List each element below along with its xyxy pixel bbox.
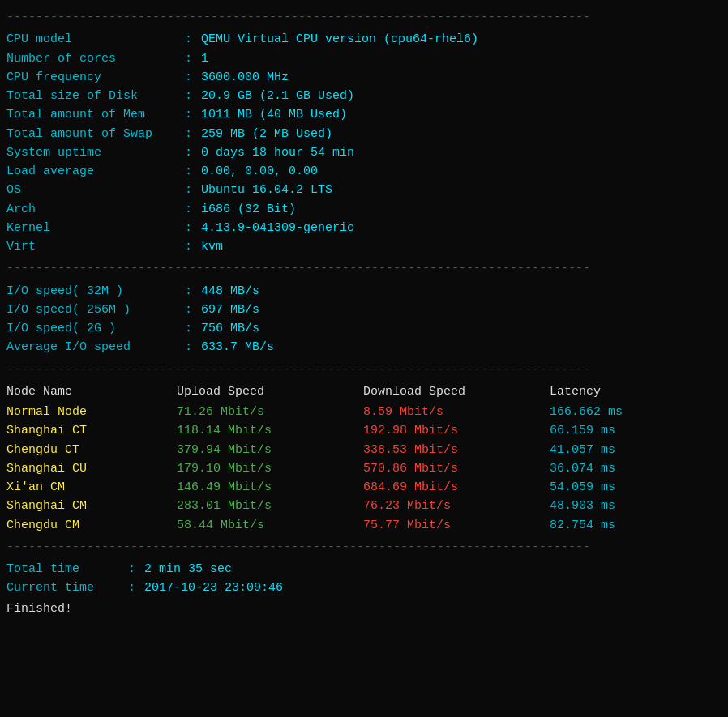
virt-value: kvm xyxy=(201,237,223,256)
current-time-value: 2017-10-23 23:09:46 xyxy=(144,578,283,597)
cpu-freq-label: CPU frequency xyxy=(6,68,185,87)
os-row: OS : Ubuntu 16.04.2 LTS xyxy=(6,181,722,199)
os-colon: : xyxy=(185,181,196,199)
download-speed: 338.53 Mbit/s xyxy=(363,441,550,459)
kernel-row: Kernel : 4.13.9-041309-generic xyxy=(6,219,722,237)
io-section: I/O speed( 32M ) : 448 MB/s I/O speed( 2… xyxy=(6,282,722,357)
arch-label: Arch xyxy=(6,200,185,219)
footer-section: Total time : 2 min 35 sec Current time :… xyxy=(6,560,722,618)
upload-speed: 379.94 Mbit/s xyxy=(177,441,363,459)
disk-value: 20.9 GB (2.1 GB Used) xyxy=(201,87,354,105)
header-upload: Upload Speed xyxy=(177,382,363,401)
io256-label: I/O speed( 256M ) xyxy=(6,301,185,319)
network-rows: Normal Node71.26 Mbit/s8.59 Mbit/s166.66… xyxy=(6,403,722,535)
header-latency: Latency xyxy=(550,382,679,401)
arch-colon: : xyxy=(185,200,196,219)
kernel-colon: : xyxy=(185,219,196,237)
arch-row: Arch : i686 (32 Bit) xyxy=(6,200,722,219)
uptime-label: System uptime xyxy=(6,143,185,162)
upload-speed: 283.01 Mbit/s xyxy=(177,497,363,515)
total-time-colon: : xyxy=(128,560,139,578)
download-speed: 192.98 Mbit/s xyxy=(363,421,550,440)
virt-row: Virt : kvm xyxy=(6,237,722,256)
current-time-label: Current time xyxy=(6,578,128,597)
io256-colon: : xyxy=(185,301,196,319)
finished-text: Finished! xyxy=(6,600,722,618)
latency: 54.059 ms xyxy=(550,478,679,497)
upload-speed: 146.49 Mbit/s xyxy=(177,478,363,497)
node-name: Xi'an CM xyxy=(6,478,177,497)
cpu-model-value: QEMU Virtual CPU version (cpu64-rhel6) xyxy=(201,30,478,49)
disk-label: Total size of Disk xyxy=(6,87,185,105)
avg-io-label: Average I/O speed xyxy=(6,338,185,356)
header-download: Download Speed xyxy=(363,382,550,401)
divider-network: ----------------------------------------… xyxy=(6,361,722,379)
node-name: Chengdu CM xyxy=(6,516,177,535)
network-section: Node Name Upload Speed Download Speed La… xyxy=(6,382,722,535)
cores-colon: : xyxy=(185,49,196,68)
virt-label: Virt xyxy=(6,237,185,256)
download-speed: 570.86 Mbit/s xyxy=(363,459,550,478)
latency: 166.662 ms xyxy=(550,403,679,421)
cpu-freq-row: CPU frequency : 3600.000 MHz xyxy=(6,68,722,87)
upload-speed: 71.26 Mbit/s xyxy=(177,403,363,421)
os-label: OS xyxy=(6,181,185,199)
mem-row: Total amount of Mem : 1011 MB (40 MB Use… xyxy=(6,105,722,124)
cores-row: Number of cores : 1 xyxy=(6,49,722,68)
disk-colon: : xyxy=(185,87,196,105)
cpu-model-row: CPU model : QEMU Virtual CPU version (cp… xyxy=(6,30,722,49)
cpu-model-colon: : xyxy=(185,30,196,49)
latency: 36.074 ms xyxy=(550,459,679,478)
avg-io-value: 633.7 MB/s xyxy=(201,338,274,356)
cores-label: Number of cores xyxy=(6,49,185,68)
swap-value: 259 MB (2 MB Used) xyxy=(201,125,332,143)
divider-io: ----------------------------------------… xyxy=(6,259,722,278)
header-node: Node Name xyxy=(6,382,177,401)
table-row: Chengdu CT379.94 Mbit/s338.53 Mbit/s41.0… xyxy=(6,441,722,459)
uptime-value: 0 days 18 hour 54 min xyxy=(201,143,354,162)
cores-value: 1 xyxy=(201,49,208,68)
latency: 41.057 ms xyxy=(550,441,679,459)
total-time-row: Total time : 2 min 35 sec xyxy=(6,560,722,578)
system-section: CPU model : QEMU Virtual CPU version (cp… xyxy=(6,30,722,256)
download-speed: 75.77 Mbit/s xyxy=(363,516,550,535)
uptime-colon: : xyxy=(185,143,196,162)
swap-colon: : xyxy=(185,125,196,143)
table-row: Xi'an CM146.49 Mbit/s684.69 Mbit/s54.059… xyxy=(6,478,722,497)
swap-label: Total amount of Swap xyxy=(6,125,185,143)
current-time-colon: : xyxy=(128,578,139,597)
node-name: Chengdu CT xyxy=(6,441,177,459)
cpu-freq-colon: : xyxy=(185,68,196,87)
avg-io-colon: : xyxy=(185,338,196,356)
io2g-value: 756 MB/s xyxy=(201,319,259,338)
total-time-label: Total time xyxy=(6,560,128,578)
upload-speed: 179.10 Mbit/s xyxy=(177,459,363,478)
upload-speed: 58.44 Mbit/s xyxy=(177,516,363,535)
arch-value: i686 (32 Bit) xyxy=(201,200,296,219)
download-speed: 684.69 Mbit/s xyxy=(363,478,550,497)
load-row: Load average : 0.00, 0.00, 0.00 xyxy=(6,162,722,181)
latency: 66.159 ms xyxy=(550,421,679,440)
cpu-freq-value: 3600.000 MHz xyxy=(201,68,289,87)
latency: 48.903 ms xyxy=(550,497,679,515)
mem-colon: : xyxy=(185,105,196,124)
mem-value: 1011 MB (40 MB Used) xyxy=(201,105,347,124)
load-colon: : xyxy=(185,162,196,181)
io256-row: I/O speed( 256M ) : 697 MB/s xyxy=(6,301,722,319)
io32-colon: : xyxy=(185,282,196,301)
node-name: Normal Node xyxy=(6,403,177,421)
table-row: Chengdu CM58.44 Mbit/s75.77 Mbit/s82.754… xyxy=(6,516,722,535)
table-row: Shanghai CU179.10 Mbit/s570.86 Mbit/s36.… xyxy=(6,459,722,478)
disk-row: Total size of Disk : 20.9 GB (2.1 GB Use… xyxy=(6,87,722,105)
virt-colon: : xyxy=(185,237,196,256)
kernel-label: Kernel xyxy=(6,219,185,237)
load-value: 0.00, 0.00, 0.00 xyxy=(201,162,318,181)
io32-value: 448 MB/s xyxy=(201,282,259,301)
swap-row: Total amount of Swap : 259 MB (2 MB Used… xyxy=(6,125,722,143)
divider-top: ----------------------------------------… xyxy=(6,8,722,27)
io32-row: I/O speed( 32M ) : 448 MB/s xyxy=(6,282,722,301)
load-label: Load average xyxy=(6,162,185,181)
io32-label: I/O speed( 32M ) xyxy=(6,282,185,301)
download-speed: 8.59 Mbit/s xyxy=(363,403,550,421)
io256-value: 697 MB/s xyxy=(201,301,259,319)
